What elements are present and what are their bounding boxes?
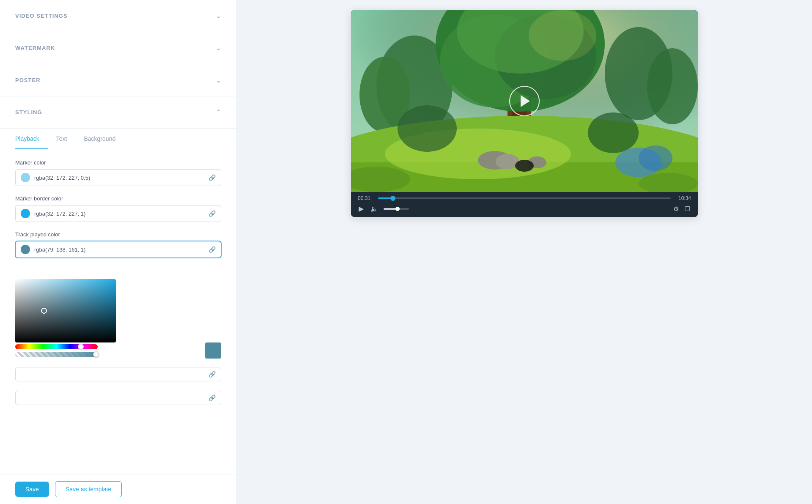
track-played-link-icon[interactable]: 🔗	[208, 246, 216, 253]
color-preview-box	[205, 342, 221, 359]
progress-row: 00:31 10:34	[358, 195, 691, 201]
track-played-color-label: Track played color	[15, 231, 221, 238]
track-played-color-input-row[interactable]: 🔗	[15, 241, 221, 258]
left-panel: VIDEO SETTINGS ⌄ WATERMARK ⌄ POSTER ⌄ ST…	[0, 0, 237, 504]
video-scene	[351, 10, 698, 192]
controls-row: ▶ 🔈 ⚙ ❐	[358, 204, 691, 214]
styling-section: STYLING ⌃ Playback Text Background Marke…	[0, 96, 236, 425]
tab-background[interactable]: Background	[76, 129, 124, 149]
color-gradient-canvas[interactable]	[15, 279, 116, 342]
watermark-chevron: ⌄	[216, 44, 221, 52]
marker-border-color-group: Marker border color 🔗	[15, 195, 221, 222]
marker-color-value[interactable]	[34, 175, 204, 181]
marker-color-link-icon[interactable]: 🔗	[208, 174, 216, 181]
extra-field-1: 🔗	[15, 367, 221, 381]
progress-bar[interactable]	[378, 197, 671, 199]
current-time: 00:31	[358, 195, 374, 201]
svg-point-19	[398, 105, 457, 152]
marker-color-label: Marker color	[15, 159, 221, 166]
styling-title: STYLING	[15, 109, 42, 115]
play-pause-button[interactable]: ▶	[358, 204, 365, 214]
hue-thumb[interactable]	[78, 344, 84, 350]
opacity-thumb[interactable]	[93, 351, 99, 357]
video-settings-chevron: ⌄	[216, 12, 221, 20]
track-played-color-swatch	[21, 245, 30, 254]
video-controls: 00:31 10:34 ▶ 🔈 ⚙ ❐	[351, 192, 698, 217]
tab-text[interactable]: Text	[48, 129, 76, 149]
volume-bar[interactable]	[384, 208, 409, 210]
total-time: 10:34	[675, 195, 691, 201]
play-button-overlay[interactable]	[509, 86, 540, 116]
video-settings-section[interactable]: VIDEO SETTINGS ⌄	[0, 0, 236, 32]
watermark-section[interactable]: WATERMARK ⌄	[0, 32, 236, 64]
marker-color-group: Marker color 🔗	[15, 159, 221, 186]
video-settings-title: VIDEO SETTINGS	[15, 13, 68, 19]
styling-chevron: ⌃	[216, 108, 221, 116]
settings-button[interactable]: ⚙	[672, 204, 680, 214]
poster-section[interactable]: POSTER ⌄	[0, 64, 236, 96]
styling-tabs: Playback Text Background	[0, 129, 236, 149]
right-panel: 00:31 10:34 ▶ 🔈 ⚙ ❐	[237, 0, 812, 504]
poster-chevron: ⌄	[216, 76, 221, 84]
svg-point-5	[647, 48, 698, 124]
play-triangle-icon	[521, 95, 530, 107]
playback-form: Marker color 🔗 Marker border color 🔗 T	[0, 149, 236, 277]
styling-section-header[interactable]: STYLING ⌃	[0, 96, 236, 129]
marker-border-color-swatch	[21, 209, 30, 218]
save-template-button[interactable]: Save as template	[55, 481, 122, 497]
volume-button[interactable]: 🔈	[370, 205, 379, 213]
color-sliders-row	[15, 342, 221, 359]
progress-thumb[interactable]	[390, 196, 395, 201]
volume-thumb[interactable]	[395, 207, 400, 211]
svg-point-25	[515, 160, 534, 172]
extra-fields: 🔗 🔗	[0, 361, 236, 425]
extra-input-2[interactable]: 🔗	[15, 391, 221, 405]
color-picker-thumb[interactable]	[41, 308, 47, 314]
marker-color-swatch	[21, 173, 30, 182]
svg-point-22	[639, 145, 672, 171]
video-player: 00:31 10:34 ▶ 🔈 ⚙ ❐	[351, 10, 698, 217]
svg-point-12	[529, 10, 596, 61]
extra-field-2: 🔗	[15, 391, 221, 405]
tab-playback[interactable]: Playback	[15, 129, 48, 149]
track-played-color-value[interactable]	[34, 247, 204, 253]
marker-border-link-icon[interactable]: 🔗	[208, 210, 216, 217]
opacity-slider[interactable]	[15, 352, 98, 357]
right-controls: ⚙ ❐	[672, 204, 691, 214]
poster-title: POSTER	[15, 77, 41, 83]
hue-slider[interactable]	[15, 344, 98, 349]
marker-color-input-row[interactable]: 🔗	[15, 169, 221, 186]
fullscreen-button[interactable]: ❐	[684, 205, 691, 213]
extra-input-1[interactable]: 🔗	[15, 367, 221, 381]
marker-border-color-input-row[interactable]: 🔗	[15, 205, 221, 222]
svg-point-20	[588, 112, 639, 153]
track-played-color-group: Track played color 🔗	[15, 231, 221, 258]
watermark-title: WATERMARK	[15, 45, 55, 51]
save-row: Save Save as template	[0, 474, 236, 504]
marker-border-color-label: Marker border color	[15, 195, 221, 202]
extra-link-icon-1[interactable]: 🔗	[208, 371, 216, 378]
marker-border-color-value[interactable]	[34, 211, 204, 217]
color-picker	[0, 279, 236, 359]
extra-link-icon-2[interactable]: 🔗	[208, 394, 216, 401]
save-button[interactable]: Save	[15, 482, 49, 497]
